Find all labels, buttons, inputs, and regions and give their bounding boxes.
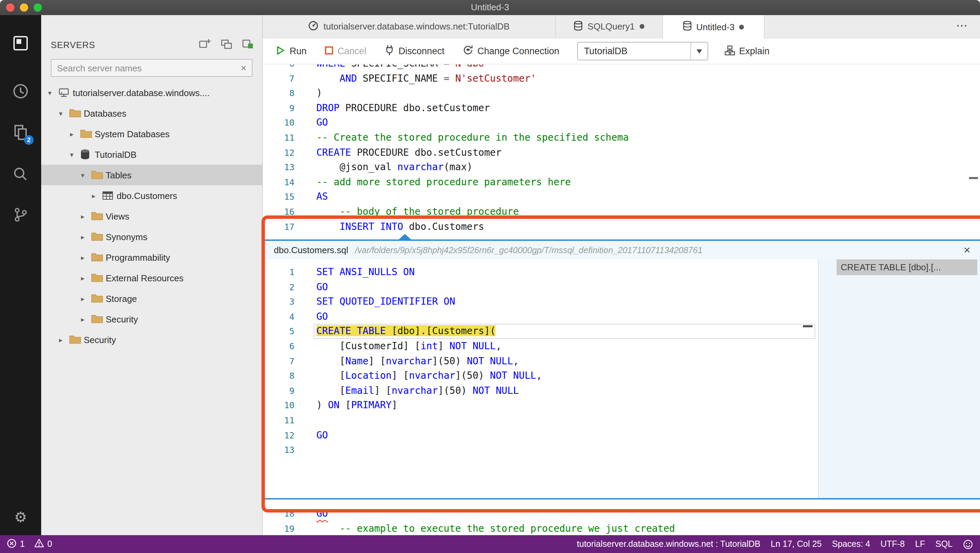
cancel-button[interactable]: Cancel bbox=[325, 46, 366, 57]
clear-search-icon[interactable]: × bbox=[235, 62, 252, 73]
warning-count[interactable]: 0 bbox=[34, 538, 52, 550]
tree-item-label: Synonyms bbox=[106, 232, 147, 242]
chevron-right-icon[interactable]: ▸ bbox=[92, 192, 102, 199]
tree-item-views[interactable]: ▸Views bbox=[41, 206, 262, 226]
activity-bar: 2 ⚙ bbox=[0, 15, 41, 535]
language-mode[interactable]: SQL bbox=[935, 539, 953, 549]
line-number: 8 bbox=[263, 369, 294, 383]
chevron-right-icon[interactable]: ▸ bbox=[81, 233, 91, 240]
line-number: 10 bbox=[263, 398, 294, 413]
server-search-box[interactable]: Search server names × bbox=[51, 59, 253, 77]
chevron-right-icon[interactable]: ▸ bbox=[81, 295, 91, 302]
line-number: 2 bbox=[263, 280, 294, 294]
peek-editor[interactable]: 1SET ANSI_NULLS ON2GO3SET QUOTED_IDENTIF… bbox=[263, 259, 818, 498]
error-count[interactable]: 1 bbox=[7, 538, 25, 550]
close-window-button[interactable] bbox=[6, 3, 14, 12]
tree-item-label: Views bbox=[106, 211, 129, 221]
search-icon[interactable] bbox=[12, 165, 30, 183]
editor-lines-before: 6WHERE SPECIFIC_SCHEMA = N'dbo'7 AND SPE… bbox=[263, 65, 980, 234]
tree-item-tables[interactable]: ▾Tables bbox=[41, 165, 262, 185]
code-line-17: 17 INSERT INTO dbo.Customers bbox=[263, 219, 980, 234]
active-connections-icon[interactable] bbox=[242, 38, 254, 49]
code-line-7: 7 AND SPECIFIC_NAME = N'setCustomer' bbox=[263, 71, 980, 86]
code-line-13: 13 @json_val nvarchar(max) bbox=[263, 160, 980, 175]
line-number: 13 bbox=[263, 160, 294, 175]
chevron-right-icon[interactable]: ▸ bbox=[70, 130, 80, 138]
servers-view-icon[interactable] bbox=[12, 34, 30, 52]
tab-sqlquery1[interactable]: SQLQuery1 bbox=[556, 15, 663, 38]
line-number: 8 bbox=[263, 86, 294, 100]
task-history-icon[interactable] bbox=[12, 82, 30, 100]
code-line-7: 7 [Name] [nvarchar](50) NOT NULL, bbox=[263, 354, 818, 369]
tree-item-security[interactable]: ▸Security bbox=[41, 309, 262, 329]
code-line-3: 3SET QUOTED_IDENTIFIER ON bbox=[263, 294, 818, 309]
chevron-down-icon[interactable]: ▾ bbox=[70, 151, 80, 158]
tree-item-security[interactable]: ▸Security bbox=[41, 329, 262, 350]
line-number: 6 bbox=[263, 65, 294, 71]
source-control-icon[interactable] bbox=[12, 206, 30, 224]
definition-match-highlight: CREATE TABLE [dbo].[Customers]( bbox=[317, 326, 496, 337]
error-icon bbox=[7, 538, 16, 550]
line-number: 12 bbox=[263, 145, 294, 160]
code-line-18: 18GO bbox=[263, 506, 980, 521]
server-search-input[interactable]: Search server names bbox=[51, 63, 235, 73]
chevron-down-icon[interactable]: ▾ bbox=[81, 171, 91, 179]
tree-item-external-resources[interactable]: ▸External Resources bbox=[41, 268, 262, 288]
tab-untitled-3[interactable]: Untitled-3 bbox=[663, 15, 765, 38]
encoding-setting[interactable]: UTF-8 bbox=[880, 539, 905, 549]
run-button[interactable]: Run bbox=[275, 45, 307, 57]
tree-item-label: TutorialDB bbox=[95, 149, 137, 159]
disconnect-button[interactable]: Disconnect bbox=[384, 44, 445, 58]
tree-item-synonyms[interactable]: ▸Synonyms bbox=[41, 226, 262, 247]
more-actions-icon[interactable]: ⋯ bbox=[956, 15, 968, 38]
tree-item-tutorialdb[interactable]: ▾TutorialDB bbox=[41, 144, 262, 165]
explain-button[interactable]: Explain bbox=[725, 45, 770, 57]
line-number: 11 bbox=[263, 130, 294, 145]
close-peek-icon[interactable]: × bbox=[964, 243, 970, 257]
tree-item-storage[interactable]: ▸Storage bbox=[41, 288, 262, 309]
zoom-window-button[interactable] bbox=[33, 3, 42, 12]
connection-status[interactable]: tutorialserver.database.windows.net : Tu… bbox=[577, 539, 760, 549]
tree-item-system-databases[interactable]: ▸System Databases bbox=[41, 124, 262, 144]
table-icon bbox=[102, 191, 117, 200]
line-number: 11 bbox=[263, 413, 294, 428]
line-number: 5 bbox=[263, 324, 294, 339]
database-dropdown[interactable]: TutorialDB bbox=[577, 42, 708, 60]
line-number: 15 bbox=[263, 190, 294, 205]
peek-definition-widget: dbo.Customers.sql /var/folders/9p/x5j8hp… bbox=[263, 240, 980, 499]
app-window: Untitled-3 2 ⚙ SERVERS bbox=[0, 0, 980, 553]
tree-item-dbo-customers[interactable]: ▸dbo.Customers bbox=[41, 185, 262, 206]
tree-item-label: Programmability bbox=[106, 252, 170, 262]
peek-header: dbo.Customers.sql /var/folders/9p/x5j8hp… bbox=[263, 241, 980, 259]
new-server-group-icon[interactable] bbox=[221, 39, 233, 49]
eol-setting[interactable]: LF bbox=[915, 539, 925, 549]
disconnect-plug-icon bbox=[384, 44, 395, 58]
tab-server-dashboard[interactable]: tutorialserver.database.windows.net:Tuto… bbox=[263, 15, 556, 38]
settings-gear-icon[interactable]: ⚙ bbox=[14, 509, 27, 526]
line-number: 10 bbox=[263, 116, 294, 130]
chevron-right-icon[interactable]: ▸ bbox=[81, 254, 91, 261]
tree-item-programmability[interactable]: ▸Programmability bbox=[41, 247, 262, 268]
folder-icon bbox=[80, 129, 95, 138]
chevron-right-icon[interactable]: ▸ bbox=[59, 336, 69, 343]
reference-item[interactable]: CREATE TABLE [dbo].[... bbox=[837, 259, 977, 275]
code-line-16: 16 -- body of the stored procedure bbox=[263, 205, 980, 219]
cursor-position[interactable]: Ln 17, Col 25 bbox=[771, 539, 822, 549]
tree-item-label: External Resources bbox=[106, 273, 184, 283]
indentation-setting[interactable]: Spaces: 4 bbox=[832, 539, 870, 549]
minimize-window-button[interactable] bbox=[20, 3, 28, 12]
dirty-indicator bbox=[740, 24, 744, 29]
peek-references-panel: CREATE TABLE [dbo].[... bbox=[818, 259, 980, 498]
open-editors-icon[interactable]: 2 bbox=[12, 124, 30, 141]
chevron-right-icon[interactable]: ▸ bbox=[81, 315, 91, 323]
feedback-smiley-icon[interactable] bbox=[963, 539, 973, 549]
chevron-right-icon[interactable]: ▸ bbox=[81, 212, 91, 220]
chevron-right-icon[interactable]: ▸ bbox=[81, 274, 91, 282]
code-line-11: 11 bbox=[263, 413, 818, 428]
tree-item-tutorialserver-database-windows[interactable]: ▾tutorialserver.database.windows.... bbox=[41, 82, 262, 103]
chevron-down-icon[interactable]: ▾ bbox=[48, 89, 58, 96]
tree-item-databases[interactable]: ▾Databases bbox=[41, 103, 262, 124]
chevron-down-icon[interactable]: ▾ bbox=[59, 110, 69, 117]
new-connection-icon[interactable] bbox=[199, 38, 212, 49]
change-connection-button[interactable]: Change Connection bbox=[462, 44, 559, 58]
